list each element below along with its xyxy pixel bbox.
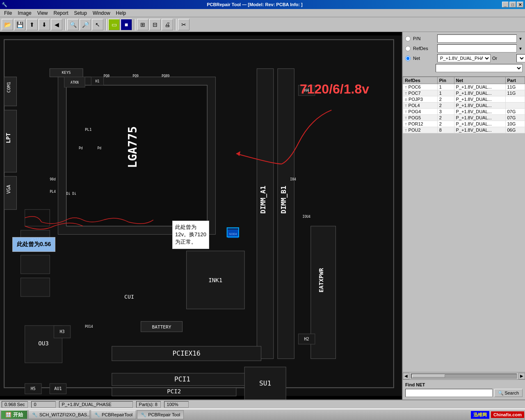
toolbar-cursor[interactable]: ↖ (92, 19, 103, 30)
cell-part-4: 07G (505, 109, 525, 115)
search-button[interactable]: 🔍 Search (494, 389, 523, 397)
start-button[interactable]: 🪟 开始 (1, 410, 27, 419)
toolbar: 📂 💾 ⬆ ⬇ ◀ 🔍 🔎 ↖ ▭ ■ ⊞ ⊟ 🖨 ✂ (0, 17, 525, 32)
th-net: Net (454, 77, 505, 84)
toolbar-save[interactable]: 💾 (14, 19, 25, 30)
menu-view[interactable]: View (35, 9, 50, 17)
table-row[interactable]: T POL4 2 P_+1.8V_DUAL... (403, 103, 525, 109)
taskbar-item-1[interactable]: 🔧 PCBRepairTool (91, 410, 136, 419)
minimize-button[interactable]: _ (502, 2, 509, 7)
toolbar-zoom-in[interactable]: 🔍 (67, 19, 79, 30)
table-row[interactable]: T POR12 2 P_+1.8V_DUAL... 10G (403, 121, 525, 127)
cell-net-0: P_+1.8V_DUAL... (454, 84, 505, 90)
taskbar-label-2: PCBRepair Tool (148, 412, 180, 417)
svg-text:90d: 90d (50, 177, 56, 181)
th-refdes: RefDes (403, 77, 438, 84)
toolbar-sep3 (134, 19, 135, 30)
table-row[interactable]: T POC6 1 P_+1.8V_DUAL... 11G (403, 84, 525, 90)
cell-pin-0: 1 (437, 84, 454, 90)
table-area[interactable]: RefDes Pin Net Part T POC6 1 P_+1.8V_DUA… (403, 77, 525, 372)
net-row: Net P_+1.8V_DUAL_PHAS Or (405, 54, 523, 62)
scroll-left-btn[interactable]: ◀ (403, 373, 409, 379)
extra-select[interactable] (436, 64, 523, 72)
scroll-right-btn[interactable]: ▶ (518, 373, 525, 379)
toolbar-open[interactable]: 📂 (2, 19, 13, 30)
pcb-canvas-area[interactable]: LGA775 DIMM_A1 DIMM_B1 EATXPWR LPT VGA (0, 32, 402, 399)
menu-window[interactable]: Window (90, 9, 113, 17)
toolbar-rect[interactable]: ▭ (108, 19, 120, 30)
toolbar-b4[interactable]: ✂ (178, 19, 189, 30)
refdes-radio[interactable] (405, 46, 411, 51)
toolbar-b3[interactable]: 🖨 (162, 19, 173, 30)
cell-pin-6: 2 (437, 121, 454, 127)
find-net-row: 🔍 Search (405, 389, 523, 397)
cell-part-6: 10G (505, 121, 525, 127)
toolbar-b2[interactable]: ⊟ (149, 19, 161, 30)
svg-text:INK1: INK1 (208, 277, 222, 283)
or-select[interactable] (516, 54, 525, 62)
toolbar-fill[interactable]: ■ (121, 19, 132, 30)
status-net: P_+1.8V_DUAL_PHASE (59, 401, 133, 408)
table-row[interactable]: T POG5 2 P_+1.8V_DUAL... 07G (403, 115, 525, 121)
svg-text:AU1: AU1 (54, 386, 62, 391)
svg-text:H2: H2 (304, 337, 309, 341)
note-box-2: 此处曾为12v。换7120为正常。 (172, 221, 209, 249)
toolbar-up[interactable]: ⬆ (26, 19, 38, 30)
table-row[interactable]: B POJP3 2 P_+1.8V_DUAL... (403, 96, 525, 103)
menu-help[interactable]: Help (114, 9, 129, 17)
svg-text:Di Di: Di Di (66, 192, 76, 196)
pn-input[interactable] (437, 34, 517, 43)
taskbar-item-0[interactable]: 🔧 SCH_WITZFI2XO_BAS... (28, 410, 90, 419)
menu-report[interactable]: Report (51, 9, 71, 17)
table-body: T POC6 1 P_+1.8V_DUAL... 11G T POC7 1 P_… (403, 84, 525, 133)
find-net-section: Find NET 🔍 Search (403, 379, 525, 399)
status-position: 0 (31, 401, 56, 408)
scroll-thumb[interactable] (412, 374, 445, 378)
refdes-dropdown-arrow[interactable]: ▼ (518, 46, 523, 51)
pn-label: P/N (413, 36, 436, 41)
toolbar-left[interactable]: ◀ (51, 19, 62, 30)
cell-refdes-2: B POJP3 (403, 96, 438, 103)
cell-net-2: P_+1.8V_DUAL... (454, 96, 505, 103)
net-selector: P/N ▼ RefDes ▼ Net P_+1.8V_DUAL_PHAS Or (403, 32, 525, 77)
net-select[interactable]: P_+1.8V_DUAL_PHAS (437, 54, 491, 62)
toolbar-b1[interactable]: ⊞ (137, 19, 148, 30)
toolbar-sep2 (105, 19, 107, 30)
find-net-input[interactable] (405, 389, 493, 397)
taskbar-item-2[interactable]: 🔧 PCBRepair Tool (137, 410, 184, 419)
table-row[interactable]: T POU2 8 P_+1.8V_DUAL... 06G (403, 127, 525, 133)
menu-file[interactable]: File (2, 9, 14, 17)
svg-text:Pd: Pd (97, 146, 101, 150)
toolbar-down[interactable]: ⬇ (39, 19, 50, 30)
svg-text:OU3: OU3 (38, 340, 49, 347)
close-button[interactable]: ✕ (517, 2, 523, 7)
search-icon: 🔍 (498, 390, 504, 396)
table-row[interactable]: T POC7 1 P_+1.8V_DUAL... 11G (403, 90, 525, 96)
status-parts: Part(s): 8 (136, 401, 161, 408)
find-net-label: Find NET (405, 382, 523, 387)
refdes-input[interactable] (437, 44, 517, 52)
svg-text:H5: H5 (31, 386, 36, 391)
window-controls[interactable]: _ □ ✕ (502, 2, 523, 7)
pn-dropdown-arrow[interactable]: ▼ (518, 37, 523, 41)
maximize-button[interactable]: □ (509, 2, 516, 7)
cell-refdes-1: T POC7 (403, 90, 438, 96)
extra-dropdown-row (405, 64, 523, 72)
net-label: Net (413, 56, 436, 61)
net-radio[interactable] (405, 56, 411, 61)
taskbar-icon-0: 🔧 (32, 412, 38, 418)
cell-part-1: 11G (505, 90, 525, 96)
toolbar-zoom-out[interactable]: 🔎 (80, 19, 91, 30)
menu-image[interactable]: Image (15, 9, 34, 17)
svg-text:SU1: SU1 (259, 379, 271, 387)
table-row[interactable]: T POG4 3 P_+1.8V_DUAL... 07G (403, 109, 525, 115)
menu-setup[interactable]: Setup (72, 9, 89, 17)
cell-part-2 (505, 96, 525, 103)
horizontal-scrollbar[interactable]: ◀ ▶ (403, 372, 525, 379)
svg-text:PL1: PL1 (85, 128, 91, 132)
pn-radio[interactable] (405, 36, 411, 41)
svg-text:EATXPWR: EATXPWR (318, 268, 324, 292)
scroll-track[interactable] (411, 374, 517, 379)
svg-text:COM1: COM1 (6, 82, 11, 93)
cell-refdes-5: T POG5 (403, 115, 438, 121)
